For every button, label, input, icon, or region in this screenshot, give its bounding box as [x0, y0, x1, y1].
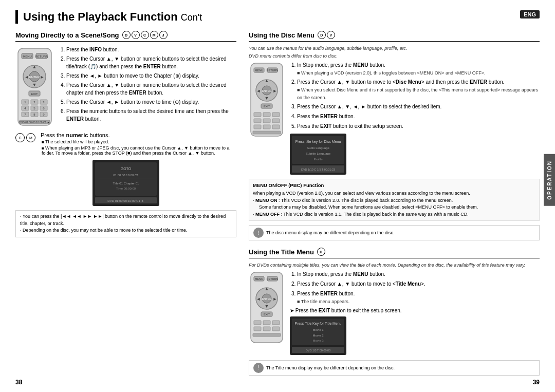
svg-text:▼: ▼	[265, 304, 269, 309]
svg-text:◄: ◄	[256, 88, 261, 94]
svg-rect-61	[263, 119, 270, 123]
screen-placeholder: GOTO 01:00 00:10:00 C1 Title 01 Chapter …	[15, 160, 236, 206]
svg-text:ENTER: ENTER	[262, 89, 272, 92]
title-steps-area: In Stop mode, press the MENU button. Pre…	[290, 270, 540, 356]
svg-text:Movie 3: Movie 3	[312, 339, 324, 342]
svg-text:DVD 1/3  T 00:00:00: DVD 1/3 T 00:00:00	[306, 349, 330, 352]
steps-list: Press the INFO button. Press the Cursor …	[59, 46, 236, 123]
title-screen-svg: Press Title Key for Title Menu Movie 1 M…	[290, 316, 346, 355]
disc-steps-area: In Stop mode, press the MENU button. ■ W…	[290, 61, 540, 176]
disc-steps: In Stop mode, press the MENU button. ■ W…	[290, 61, 540, 130]
svg-text:▼: ▼	[265, 96, 269, 101]
svg-text:▲: ▲	[265, 78, 269, 83]
svg-text:MENU: MENU	[255, 277, 263, 281]
page: Using the Playback Function Con't ENG Mo…	[0, 0, 555, 392]
svg-text:MENU: MENU	[255, 69, 263, 72]
svg-rect-89	[254, 321, 261, 325]
svg-text:►: ►	[273, 88, 278, 94]
svg-text:◄: ◄	[25, 74, 29, 80]
step-3: Press the ◄, ► button to move to the Cha…	[66, 72, 236, 80]
svg-text:Subtitle Language: Subtitle Language	[306, 152, 331, 155]
svg-text:Press title key for Disc Menu: Press title key for Disc Menu	[295, 140, 341, 144]
svg-text:▲: ▲	[32, 64, 37, 69]
svg-text:►: ►	[273, 296, 278, 302]
disc-footnote-text: The disc menu display may be different d…	[266, 230, 395, 235]
menu-off-text: · MENU OFF : This VCD disc is version 1.…	[253, 211, 535, 218]
title-footnote-text: The Title menu display may be different …	[266, 365, 395, 370]
remote-svg-left: MENU RETURN ▲ ▼ ◄ ► ENTER	[15, 46, 54, 128]
note-selected: The selected file will be played.	[41, 139, 236, 144]
menu-on-off-box: MENU ON/OFF (PBC) Function When playing …	[249, 179, 540, 221]
section-title-moving: Moving Directly to a Scene/Song D V C M …	[15, 31, 236, 42]
svg-text:EXIT: EXIT	[31, 92, 38, 96]
svg-text:Movie 1: Movie 1	[312, 328, 324, 331]
main-title: Using the Playback Function Con't	[15, 10, 540, 24]
svg-rect-59	[272, 113, 280, 117]
svg-text:RETURN: RETURN	[267, 277, 279, 281]
step-1: Press the INFO button.	[66, 46, 236, 53]
icon-mp32: M	[26, 133, 35, 142]
numeric-label: Press the numeric buttons.	[41, 132, 236, 138]
remote-illustration-left: MENU RETURN ▲ ▼ ◄ ► ENTER	[15, 46, 54, 128]
svg-text:ENTER: ENTER	[29, 76, 40, 79]
title-suffix: Con't	[181, 12, 202, 23]
svg-rect-63	[254, 125, 261, 129]
step-4: Press the Cursor ▲, ▼ button or numeric …	[66, 81, 236, 97]
title-text: Using the Playback Function	[23, 10, 178, 23]
svg-rect-65	[272, 125, 280, 129]
disc-menu-section: Using the Disc Menu D V You can use the …	[249, 31, 540, 240]
tip-box: You can press the |◄◄ ◄◄ ►► ►►| button o…	[15, 210, 236, 237]
menu-off-note: Some functions may be disabled. When som…	[253, 204, 535, 211]
svg-text:RETURN: RETURN	[35, 55, 48, 58]
disc-steps-list: In Stop mode, press the MENU button. ■ W…	[290, 61, 540, 130]
operation-sidebar: OPERATION	[544, 154, 555, 206]
icon-title-dvd: D	[317, 248, 325, 256]
title-menu-title-text: Using the Title Menu	[249, 248, 314, 256]
eng-badge: ENG	[520, 10, 540, 18]
disc-icons: D V	[318, 31, 335, 39]
svg-text:▼: ▼	[32, 82, 37, 87]
svg-rect-90	[263, 321, 270, 325]
svg-text:RETURN: RETURN	[267, 69, 279, 72]
svg-text:ENTER: ENTER	[262, 297, 272, 301]
remote-title: MENU RETURN ▲ ▼ ◄ ► ENTER EXIT	[249, 270, 285, 345]
page-number-left: 38	[15, 379, 22, 386]
title-steps: In Stop mode, press the MENU button. Pre…	[290, 270, 540, 305]
disc-screen-svg: Press title key for Disc Menu Audio Lang…	[290, 134, 346, 175]
numeric-text: Press the numeric buttons. The selected …	[41, 132, 236, 156]
left-column: Moving Directly to a Scene/Song D V C M …	[15, 31, 236, 376]
icon-cd2: C	[15, 133, 25, 142]
step-2: Press the Cursor ▲, ▼ button or numeric …	[66, 55, 236, 70]
disc-step-1: In Stop mode, press the MENU button. ■ W…	[297, 61, 540, 77]
remote-svg-title: MENU RETURN ▲ ▼ ◄ ► ENTER EXIT	[249, 270, 285, 345]
title-menu-section: Using the Title Menu D For DVDs containi…	[249, 248, 540, 375]
section-icons: D V C M J	[122, 31, 168, 39]
section-title-disc: Using the Disc Menu D V	[249, 31, 540, 42]
page-number-right: 39	[533, 379, 540, 386]
svg-text:01:00  00:10:00  C1: 01:00 00:10:00 C1	[113, 174, 139, 177]
svg-rect-93	[263, 327, 270, 331]
svg-rect-64	[263, 125, 270, 129]
svg-rect-58	[263, 113, 270, 117]
title-menu-content: MENU RETURN ▲ ▼ ◄ ► ENTER EXIT	[249, 270, 540, 356]
svg-text:▲: ▲	[265, 286, 269, 291]
disc-screen: Press title key for Disc Menu Audio Lang…	[290, 134, 540, 176]
svg-rect-62	[272, 119, 280, 123]
svg-rect-92	[254, 327, 261, 331]
title-icons: D	[317, 248, 325, 256]
icon-mp3: M	[150, 31, 158, 39]
title-steps-list: In Stop mode, press the MENU button. Pre…	[290, 270, 540, 305]
moving-title-text: Moving Directly to a Scene/Song	[15, 31, 119, 39]
icon-disc-dvd: D	[318, 31, 326, 39]
svg-text:MENU: MENU	[23, 55, 32, 58]
svg-text:Title 01  Chapter 01: Title 01 Chapter 01	[113, 182, 139, 185]
svg-text:◄: ◄	[256, 296, 261, 302]
numeric-section: C M Press the numeric buttons. The selec…	[15, 132, 236, 156]
svg-text:Movie 2: Movie 2	[312, 334, 324, 337]
svg-rect-60	[254, 119, 261, 123]
menu-on-off-title: MENU ON/OFF (PBC) Function	[253, 182, 535, 189]
title-exit: ➤ Press the EXIT button to exit the setu…	[290, 308, 540, 313]
svg-text:DVD 1/10  C 1/5  T 00:01:23: DVD 1/10 C 1/5 T 00:01:23	[301, 168, 335, 171]
svg-text:EXIT: EXIT	[264, 105, 270, 108]
svg-rect-94	[272, 327, 280, 331]
